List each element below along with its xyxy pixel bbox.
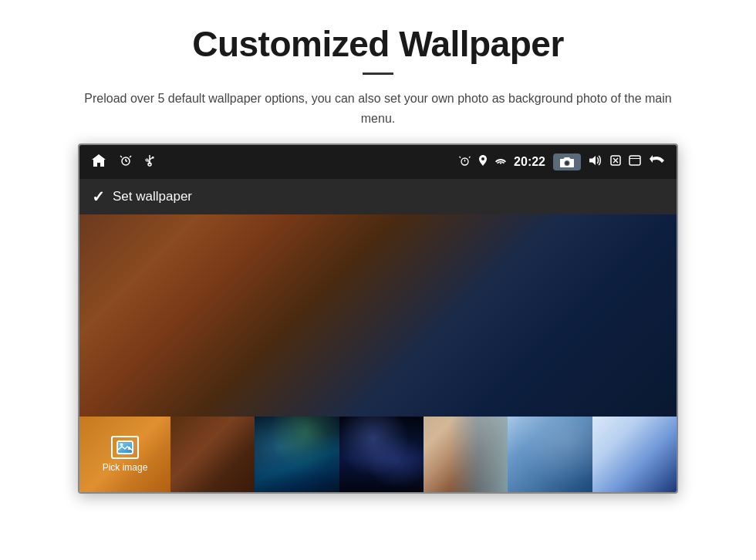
back-icon[interactable] [649,154,666,170]
alarm-icon [120,154,132,170]
thumbnail-strip: Pick image [79,417,677,492]
svg-point-7 [146,159,148,161]
svg-rect-17 [629,156,640,165]
camera-icon[interactable] [553,153,581,170]
page-title: Customized Wallpaper [192,23,564,65]
alarm-right-icon [459,155,471,170]
volume-icon[interactable] [589,155,602,169]
usb-icon [144,153,155,170]
page-wrapper: Customized Wallpaper Preload over 5 defa… [0,0,756,560]
svg-point-11 [481,157,484,160]
action-bar: ✓ Set wallpaper [79,179,677,214]
action-bar-title: Set wallpaper [113,189,192,204]
wallpaper-thumb-4[interactable] [424,417,508,492]
svg-rect-19 [117,441,133,454]
image-pick-icon [111,436,139,459]
signal-icon [495,156,506,169]
home-icon[interactable] [90,152,107,172]
status-bar-left [90,152,155,172]
pick-image-label: Pick image [103,462,148,473]
device-frame: 20:22 [78,143,678,494]
wallpaper-thumb-1[interactable] [170,417,255,492]
wallpaper-thumb-6[interactable] [592,417,677,492]
wallpaper-thumb-2[interactable] [255,417,339,492]
svg-rect-5 [152,157,154,159]
wallpaper-preview [79,214,677,417]
status-time: 20:22 [514,155,545,169]
title-divider [363,73,393,75]
location-icon [478,154,488,170]
page-subtitle: Preload over 5 default wallpaper options… [77,89,679,128]
svg-point-13 [565,161,569,165]
close-icon[interactable] [610,155,621,169]
wallpaper-thumb-5[interactable] [508,417,592,492]
svg-point-20 [120,444,123,447]
status-bar-right: 20:22 [459,153,666,170]
wallpaper-thumb-3[interactable] [339,417,424,492]
window-icon[interactable] [629,155,641,169]
checkmark-icon[interactable]: ✓ [92,187,105,206]
pick-image-thumb[interactable]: Pick image [79,417,170,492]
status-bar: 20:22 [79,145,677,179]
